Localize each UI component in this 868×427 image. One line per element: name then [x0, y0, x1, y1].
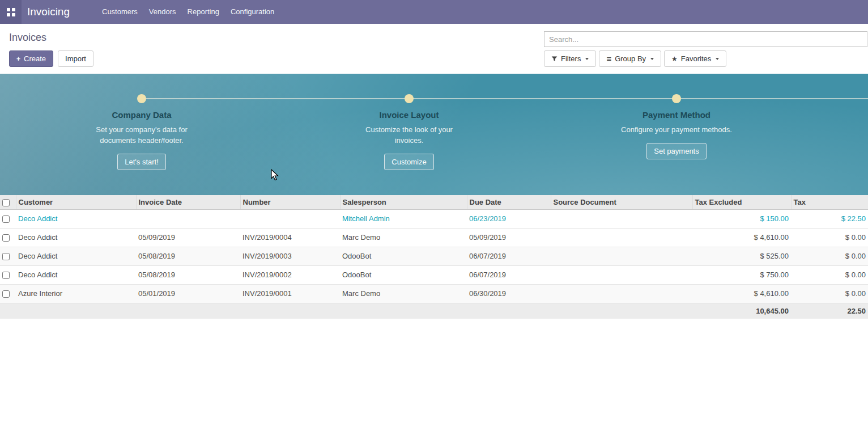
- cell-tax[interactable]: $ 0.00: [791, 284, 868, 303]
- search-input[interactable]: [544, 31, 867, 47]
- customize-button[interactable]: Customize: [384, 154, 433, 170]
- nav-menus: Customers Vendors Reporting Configuratio…: [96, 0, 280, 24]
- column-header-due-date[interactable]: Due Date: [467, 195, 551, 209]
- cell-tax[interactable]: $ 22.50: [791, 209, 868, 228]
- cell-source-document[interactable]: [551, 265, 692, 284]
- cell-tax[interactable]: $ 0.00: [791, 228, 868, 247]
- onboarding-step-invoice-layout: Invoice Layout Customize the look of you…: [318, 110, 500, 170]
- onboarding-step-payment-method: Payment Method Configure your payment me…: [586, 110, 767, 159]
- page-title: Invoices: [9, 32, 46, 44]
- cell-tax[interactable]: $ 0.00: [791, 265, 868, 284]
- menu-vendors[interactable]: Vendors: [143, 0, 182, 24]
- menu-customers[interactable]: Customers: [96, 0, 143, 24]
- filters-dropdown[interactable]: Filters: [544, 50, 596, 67]
- cell-customer[interactable]: Azure Interior: [16, 284, 136, 303]
- row-checkbox[interactable]: [2, 290, 10, 298]
- row-checkbox[interactable]: [2, 215, 10, 223]
- apps-grid-icon: [7, 8, 15, 16]
- cell-invoice-date[interactable]: 05/08/2019: [136, 247, 240, 265]
- select-all-checkbox[interactable]: [2, 199, 10, 206]
- filter-funnel-icon: [551, 56, 558, 62]
- cell-due-date[interactable]: 06/23/2019: [467, 209, 551, 228]
- cell-tax-excluded[interactable]: $ 4,610.00: [692, 228, 791, 247]
- cell-due-date[interactable]: 06/07/2019: [467, 265, 551, 284]
- cell-number[interactable]: INV/2019/0001: [240, 284, 340, 303]
- cell-source-document[interactable]: [551, 247, 692, 265]
- column-header-invoice-date[interactable]: Invoice Date: [136, 195, 240, 209]
- cell-tax-excluded[interactable]: $ 4,610.00: [692, 284, 791, 303]
- cell-due-date[interactable]: 06/30/2019: [467, 284, 551, 303]
- step-dot-company-data: [137, 94, 146, 103]
- chevron-down-icon: [650, 58, 654, 60]
- table-header-row: Customer Invoice Date Number Salesperson…: [0, 195, 868, 209]
- apps-menu-button[interactable]: [0, 0, 22, 24]
- row-select-cell: [0, 209, 16, 228]
- cell-invoice-date[interactable]: 05/08/2019: [136, 265, 240, 284]
- cell-salesperson[interactable]: Marc Demo: [340, 284, 467, 303]
- step-dot-payment-method: [672, 94, 681, 103]
- cell-source-document[interactable]: [551, 209, 692, 228]
- column-header-tax[interactable]: Tax: [791, 195, 868, 209]
- favorites-dropdown[interactable]: ★ Favorites: [664, 50, 726, 67]
- cell-salesperson[interactable]: OdooBot: [340, 265, 467, 284]
- set-payments-button[interactable]: Set payments: [646, 143, 707, 159]
- table-row[interactable]: Deco Addict 05/08/2019 INV/2019/0003 Odo…: [0, 247, 868, 265]
- step-description: Configure your payment methods.: [603, 124, 750, 135]
- cell-invoice-date[interactable]: 05/01/2019: [136, 284, 240, 303]
- cell-due-date[interactable]: 06/07/2019: [467, 247, 551, 265]
- cell-customer[interactable]: Deco Addict: [16, 209, 136, 228]
- cell-number[interactable]: INV/2019/0002: [240, 265, 340, 284]
- create-button[interactable]: + Create: [9, 50, 53, 67]
- cell-number[interactable]: INV/2019/0004: [240, 228, 340, 247]
- cell-salesperson[interactable]: Marc Demo: [340, 228, 467, 247]
- step-title: Invoice Layout: [318, 110, 500, 120]
- table-row[interactable]: Deco Addict 05/08/2019 INV/2019/0002 Odo…: [0, 265, 868, 284]
- group-by-icon: ≡: [606, 54, 611, 63]
- cell-invoice-date[interactable]: 05/09/2019: [136, 228, 240, 247]
- cell-customer[interactable]: Deco Addict: [16, 228, 136, 247]
- cell-invoice-date[interactable]: [136, 209, 240, 228]
- column-header-salesperson[interactable]: Salesperson: [340, 195, 467, 209]
- cell-tax-excluded[interactable]: $ 150.00: [692, 209, 791, 228]
- step-description: Set your company's data for documents he…: [81, 124, 203, 146]
- cell-tax-excluded[interactable]: $ 525.00: [692, 247, 791, 265]
- cell-tax-excluded[interactable]: $ 750.00: [692, 265, 791, 284]
- row-checkbox[interactable]: [2, 272, 10, 279]
- menu-configuration[interactable]: Configuration: [225, 0, 280, 24]
- menu-reporting[interactable]: Reporting: [182, 0, 225, 24]
- import-button[interactable]: Import: [58, 50, 93, 67]
- footer-spacer: [0, 303, 692, 319]
- group-by-label: Group By: [615, 54, 646, 63]
- onboarding-step-company-data: Company Data Set your company's data for…: [51, 110, 232, 170]
- chevron-down-icon: [585, 58, 589, 60]
- app-title[interactable]: Invoicing: [27, 6, 70, 18]
- top-navbar: Invoicing Customers Vendors Reporting Co…: [0, 0, 868, 24]
- cell-salesperson[interactable]: OdooBot: [340, 247, 467, 265]
- table-row[interactable]: Azure Interior 05/01/2019 INV/2019/0001 …: [0, 284, 868, 303]
- table-row[interactable]: Deco Addict 05/09/2019 INV/2019/0004 Mar…: [0, 228, 868, 247]
- step-title: Company Data: [51, 110, 232, 120]
- row-checkbox[interactable]: [2, 253, 10, 260]
- total-tax: 22.50: [791, 303, 868, 319]
- column-header-tax-excluded[interactable]: Tax Excluded: [692, 195, 791, 209]
- total-tax-excluded: 10,645.00: [692, 303, 791, 319]
- cell-source-document[interactable]: [551, 228, 692, 247]
- column-header-number[interactable]: Number: [240, 195, 340, 209]
- cell-number[interactable]: [240, 209, 340, 228]
- cell-customer[interactable]: Deco Addict: [16, 265, 136, 284]
- plus-icon: +: [16, 56, 20, 62]
- cell-due-date[interactable]: 05/09/2019: [467, 228, 551, 247]
- group-by-dropdown[interactable]: ≡ Group By: [599, 50, 661, 67]
- step-description: Customize the look of your invoices.: [351, 124, 467, 146]
- table-row[interactable]: Deco Addict Mitchell Admin 06/23/2019 $ …: [0, 209, 868, 228]
- cell-customer[interactable]: Deco Addict: [16, 247, 136, 265]
- lets-start-button[interactable]: Let's start!: [117, 154, 166, 170]
- row-checkbox[interactable]: [2, 234, 10, 242]
- cell-source-document[interactable]: [551, 284, 692, 303]
- column-header-source-document[interactable]: Source Document: [551, 195, 692, 209]
- column-header-customer[interactable]: Customer: [16, 195, 136, 209]
- cell-tax[interactable]: $ 0.00: [791, 247, 868, 265]
- cell-salesperson[interactable]: Mitchell Admin: [340, 209, 467, 228]
- cell-number[interactable]: INV/2019/0003: [240, 247, 340, 265]
- step-title: Payment Method: [586, 110, 767, 120]
